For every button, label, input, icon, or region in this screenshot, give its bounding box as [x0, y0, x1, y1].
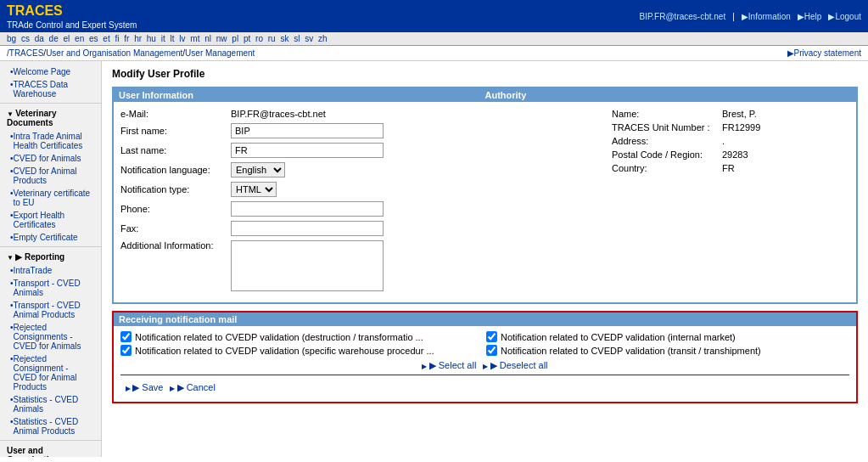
lang-sv[interactable]: sv: [305, 34, 313, 43]
notif-lang-select[interactable]: English French German: [231, 162, 285, 177]
save-link[interactable]: ▶ Save: [126, 382, 163, 393]
lang-lv[interactable]: lv: [179, 34, 185, 43]
lang-et[interactable]: et: [103, 34, 109, 43]
sidebar-item-stats-cved-prod[interactable]: Statistics - CVED Animal Products: [0, 415, 101, 437]
breadcrumb-path: /TRACES/User and Organisation Management…: [7, 48, 255, 58]
phone-row: Phone:: [120, 201, 595, 217]
notif-item-3: Notification related to CVEDP validation…: [120, 345, 484, 356]
sidebar-item-stats-cved[interactable]: Statistics - CVED Animals: [0, 393, 101, 415]
notif-type-select[interactable]: HTML Text: [231, 182, 277, 197]
notif-type-label: Notification type:: [120, 184, 231, 194]
phone-input[interactable]: [231, 201, 384, 217]
breadcrumb: /TRACES/User and Organisation Management…: [0, 46, 868, 61]
breadcrumb-user-mgmt[interactable]: User Management: [185, 48, 255, 58]
lang-en[interactable]: en: [75, 34, 84, 43]
sidebar-section-reporting[interactable]: ▶ Reporting: [0, 250, 101, 264]
lang-sk[interactable]: sk: [280, 34, 288, 43]
user-info-section: User Information Authority e-Mail: BIP.F…: [112, 87, 858, 304]
form-actions: ▶ Save ▶ Cancel: [120, 379, 849, 397]
sidebar-item-empty-cert[interactable]: Empty Certificate: [0, 231, 101, 244]
sidebar-item-transport-cved[interactable]: Transport - CVED Animals: [0, 277, 101, 299]
auth-address-row: Address: .: [612, 136, 849, 146]
phone-label: Phone:: [120, 204, 231, 214]
lang-pl[interactable]: pl: [232, 34, 238, 43]
logo-title: TRACES: [7, 3, 137, 19]
notif-checkbox-3[interactable]: [120, 345, 132, 356]
lastname-input[interactable]: [231, 143, 384, 158]
select-all-link[interactable]: ▶ Select all: [422, 360, 476, 371]
fax-input[interactable]: [231, 221, 384, 236]
auth-postal-value: 29283: [722, 149, 748, 160]
auth-unit-row: TRACES Unit Number : FR12999: [612, 122, 849, 132]
logo: TRACES TRAde Control and Expert System: [7, 3, 143, 30]
lang-nw[interactable]: nw: [216, 34, 227, 43]
user-info-header: User Information Authority: [114, 88, 856, 102]
info-link[interactable]: ▶Information: [742, 12, 791, 21]
sidebar-item-welcome[interactable]: Welcome Page: [0, 65, 101, 78]
lang-hu[interactable]: hu: [147, 34, 156, 43]
lang-sl[interactable]: sl: [294, 34, 300, 43]
notif-item-4: Notification related to CVEDP validation…: [486, 345, 849, 356]
lang-mt[interactable]: mt: [190, 34, 199, 43]
notif-label-4: Notification related to CVEDP validation…: [501, 346, 761, 356]
logout-link[interactable]: ▶Logout: [828, 12, 861, 21]
lang-bg[interactable]: bg: [7, 34, 16, 43]
add-info-row: Additional Information:: [120, 240, 595, 291]
notification-section: Receiving notification mail Notification…: [112, 311, 858, 403]
notif-item-2: Notification related to CVEDP validation…: [486, 331, 849, 342]
breadcrumb-user-org[interactable]: User and Organisation Management: [46, 48, 182, 58]
lang-fi[interactable]: fi: [115, 34, 119, 43]
auth-name-label: Name:: [612, 109, 722, 119]
lang-it[interactable]: it: [161, 34, 165, 43]
sidebar-section-vetdocs[interactable]: Veterinary Documents: [0, 106, 101, 130]
form-body: e-Mail: BIP.FR@traces-cbt.net First name…: [114, 102, 856, 302]
auth-country-label: Country:: [612, 163, 722, 173]
lastname-row: Last name:: [120, 143, 595, 158]
breadcrumb-traces[interactable]: /TRACES: [7, 48, 43, 58]
fax-label: Fax:: [120, 223, 231, 234]
sidebar-item-transport-cved-prod[interactable]: Transport - CVED Animal Products: [0, 299, 101, 321]
sidebar-item-export-health[interactable]: Export Health Certificates: [0, 209, 101, 231]
sidebar-item-rejected-animals[interactable]: Rejected Consignments - CVED for Animals: [0, 321, 101, 352]
lang-pt[interactable]: pt: [244, 34, 250, 43]
sidebar-item-vet-cert-eu[interactable]: Veterinary certificate to EU: [0, 187, 101, 209]
help-link[interactable]: ▶Help: [798, 12, 822, 21]
language-bar: bg cs da de el en es et fi fr hr hu it l…: [0, 32, 868, 46]
fax-row: Fax:: [120, 221, 595, 236]
sidebar-item-cved-animals[interactable]: CVED for Animals: [0, 152, 101, 165]
lang-hr[interactable]: hr: [134, 34, 142, 43]
lang-fr[interactable]: fr: [124, 34, 129, 43]
lang-da[interactable]: da: [35, 34, 44, 43]
add-info-textarea[interactable]: [231, 240, 384, 291]
sidebar-item-cved-animal-products[interactable]: CVED for Animal Products: [0, 165, 101, 187]
sidebar-item-datawarehouse[interactable]: TRACES Data Warehouse: [0, 78, 101, 100]
sidebar-section-user-org[interactable]: User and Organisation Management: [0, 443, 101, 457]
cancel-link[interactable]: ▶ Cancel: [170, 382, 216, 393]
lang-lt[interactable]: lt: [171, 34, 175, 43]
sidebar-item-rejected-prod[interactable]: Rejected Consignment - CVED for Animal P…: [0, 352, 101, 393]
lang-de[interactable]: de: [49, 34, 59, 43]
auth-address-label: Address:: [612, 136, 722, 146]
lang-ru[interactable]: ru: [268, 34, 276, 43]
lang-cs[interactable]: cs: [21, 34, 30, 43]
auth-country-value: FR: [722, 163, 735, 173]
notif-checkbox-2[interactable]: [486, 331, 497, 342]
firstname-input[interactable]: [231, 123, 384, 138]
notif-label-1: Notification related to CVEDP validation…: [135, 332, 423, 342]
sidebar-item-intratrade-animal[interactable]: Intra Trade Animal Health Certificates: [0, 130, 101, 152]
lang-nl[interactable]: nl: [204, 34, 211, 43]
lang-ro[interactable]: ro: [255, 34, 263, 43]
deselect-all-link[interactable]: ▶ Deselect all: [483, 360, 547, 371]
privacy-link[interactable]: ▶Privacy statement: [787, 48, 861, 58]
lang-es[interactable]: es: [89, 34, 98, 43]
auth-postal-row: Postal Code / Region: 29283: [612, 149, 849, 160]
sidebar: Welcome Page TRACES Data Warehouse Veter…: [0, 61, 102, 457]
notif-checkbox-1[interactable]: [120, 331, 132, 342]
notif-checkbox-4[interactable]: [486, 345, 497, 356]
lang-zh[interactable]: zh: [318, 34, 328, 43]
notif-lang-row: Notification language: English French Ge…: [120, 162, 595, 177]
header-right: BIP.FR@traces-cbt.net | ▶Information ▶He…: [640, 12, 861, 21]
sidebar-item-intratrade[interactable]: IntraTrade: [0, 264, 101, 277]
auth-name-row: Name: Brest, P.: [612, 109, 849, 119]
lang-el[interactable]: el: [64, 34, 70, 43]
